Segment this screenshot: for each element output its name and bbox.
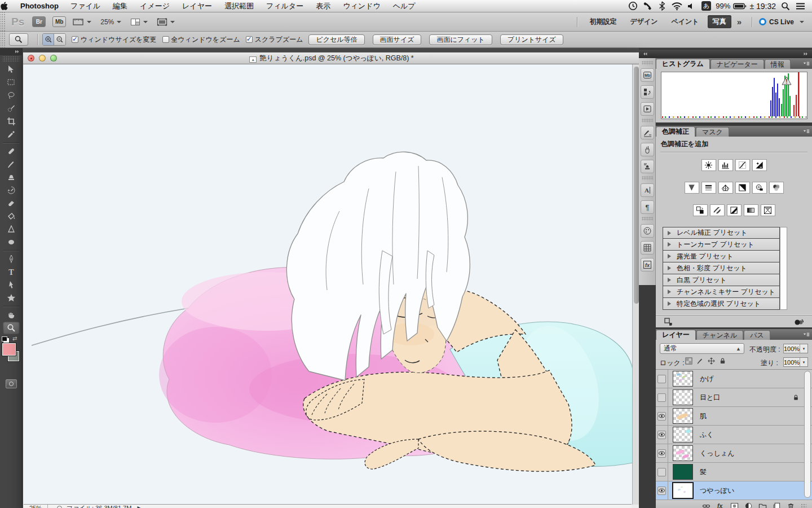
eye-icon[interactable] <box>657 412 666 421</box>
input-source-icon[interactable]: あ <box>699 1 713 12</box>
adjustment-vibrance[interactable] <box>685 182 699 194</box>
layer-name[interactable]: かげ <box>700 374 714 384</box>
tool-crop[interactable] <box>3 115 20 128</box>
layers-tab-2[interactable]: パス <box>744 330 770 340</box>
option-button-3[interactable]: プリントサイズ <box>500 34 563 45</box>
preset-row-4[interactable]: 白黒 プリセット <box>663 274 780 286</box>
layers-tab-1[interactable]: チャンネル <box>696 330 743 340</box>
default-colors-icon[interactable] <box>2 336 7 341</box>
histogram-tab-1[interactable]: ナビゲーター <box>710 59 764 69</box>
opacity-value[interactable]: 100%▾ <box>783 344 808 353</box>
panel-menu-icon[interactable] <box>803 128 810 135</box>
histogram-tab-2[interactable]: 情報 <box>765 59 791 69</box>
layers-scrollbar[interactable] <box>804 371 811 498</box>
tool-paint-bucket[interactable] <box>3 209 20 222</box>
eye-icon-hidden[interactable] <box>657 375 666 383</box>
layer-thumbnail[interactable] <box>673 408 693 424</box>
expand-triangle-icon[interactable] <box>668 254 673 259</box>
layer-row-4[interactable]: くっしょん <box>656 444 812 463</box>
apple-menu-icon[interactable] <box>0 2 17 11</box>
tool-blur[interactable] <box>3 222 20 235</box>
tool-dodge[interactable] <box>3 235 20 248</box>
layer-thumbnail[interactable] <box>673 427 693 443</box>
layer-name[interactable]: 目と口 <box>700 393 720 402</box>
tool-clone-stamp[interactable] <box>3 170 20 183</box>
panel-icon-brush-presets[interactable] <box>641 126 654 139</box>
expand-triangle-icon[interactable] <box>668 290 673 294</box>
zoom-in-button[interactable] <box>43 34 54 45</box>
menu-5[interactable]: フィルター <box>260 1 310 11</box>
layer-name[interactable]: 髪 <box>700 467 707 477</box>
strip-grip[interactable] <box>642 119 653 122</box>
panel-icon-paragraph[interactable]: ¶ <box>641 200 654 214</box>
clock[interactable]: ± 19:32 <box>747 2 778 11</box>
adjustment-threshold[interactable] <box>727 204 742 216</box>
expand-triangle-icon[interactable] <box>668 301 673 306</box>
panel-icon-tool-presets[interactable] <box>641 143 654 156</box>
adjustment-color-balance[interactable] <box>718 182 733 194</box>
layer-name[interactable]: 肌 <box>700 411 707 421</box>
wifi-icon[interactable] <box>669 1 684 12</box>
swap-colors-icon[interactable]: ⇄ <box>12 335 17 341</box>
expand-triangle-icon[interactable] <box>668 278 673 282</box>
current-tool-button[interactable] <box>9 33 28 46</box>
panel-resize-grip[interactable] <box>801 503 806 508</box>
adjustment-hue-saturation[interactable] <box>701 182 716 194</box>
visibility-toggle[interactable] <box>656 481 668 500</box>
tools-collapse-button[interactable] <box>0 48 22 55</box>
document-title-bar[interactable]: ▴艶りょうくん.psd @ 25% (つやっぽい, RGB/8) * <box>23 52 640 64</box>
tool-lasso[interactable] <box>3 89 20 102</box>
workspace-2[interactable]: ペイント <box>667 15 704 28</box>
collapse-dock-icon[interactable] <box>642 51 648 56</box>
preset-row-5[interactable]: チャンネルミキサー プリセット <box>663 286 780 298</box>
screen-mode-button[interactable] <box>157 17 175 27</box>
volume-icon[interactable] <box>684 1 699 12</box>
layer-name[interactable]: つやっぽい <box>700 486 734 496</box>
adjustment-invert[interactable] <box>693 204 708 216</box>
tool-type[interactable]: T <box>3 265 20 278</box>
adjustment-gradient-map[interactable] <box>744 204 758 216</box>
eye-icon-hidden[interactable] <box>657 468 666 476</box>
zoom-in-out-toggle[interactable] <box>42 33 66 46</box>
arrange-documents-button[interactable] <box>130 17 148 27</box>
preset-row-0[interactable]: レベル補正 プリセット <box>663 227 780 239</box>
cs-live-button[interactable]: CS Live <box>759 18 804 26</box>
link-button[interactable] <box>702 502 710 508</box>
zoom-out-button[interactable] <box>54 34 65 45</box>
spotlight-icon[interactable] <box>778 1 793 12</box>
option-check-2[interactable]: スクラブズーム <box>246 35 303 45</box>
option-check-1[interactable]: 全ウィンドウをズーム <box>162 35 240 45</box>
adjustment-exposure[interactable] <box>752 159 767 171</box>
panel-icon-color[interactable] <box>641 224 654 238</box>
adjustment-brightness-contrast[interactable] <box>701 159 716 171</box>
launch-bridge-button[interactable]: Br <box>32 16 46 27</box>
layer-thumbnail[interactable] <box>673 483 693 498</box>
menu-8[interactable]: ヘルプ <box>387 1 422 11</box>
adjustment-layer-button[interactable] <box>744 502 753 508</box>
tools-drag-handle[interactable] <box>2 56 20 62</box>
layer-row-1[interactable]: 目と口 <box>656 388 812 407</box>
preset-row-6[interactable]: 特定色域の選択 プリセット <box>663 298 780 310</box>
delete-button[interactable] <box>787 502 795 508</box>
visibility-toggle[interactable] <box>656 407 668 426</box>
option-button-1[interactable]: 画面サイズ <box>373 34 422 45</box>
lock-pixels-icon[interactable] <box>696 357 704 365</box>
return-to-list-icon[interactable] <box>664 317 673 326</box>
adjustment-selective-color[interactable] <box>761 204 775 216</box>
preset-row-1[interactable]: トーンカーブ プリセット <box>663 239 780 251</box>
adjustment-posterize[interactable] <box>710 204 725 216</box>
adjustment-curves[interactable] <box>735 159 750 171</box>
menu-list-icon[interactable] <box>793 1 807 12</box>
tool-brush[interactable] <box>3 157 20 170</box>
layer-row-3[interactable]: ふく <box>656 426 812 444</box>
menu-7[interactable]: ウィンドウ <box>337 1 387 11</box>
adjustment-photo-filter[interactable] <box>752 182 767 194</box>
workspace-0[interactable]: 初期設定 <box>584 15 621 28</box>
preset-row-3[interactable]: 色相・彩度 プリセット <box>663 262 780 274</box>
menu-6[interactable]: 表示 <box>310 1 337 11</box>
layer-name[interactable]: くっしょん <box>700 449 734 458</box>
phone-icon[interactable] <box>640 1 655 12</box>
zoom-level-dropdown[interactable]: 25% <box>100 18 121 26</box>
histogram-tab-0[interactable]: ヒストグラム <box>656 59 710 69</box>
panel-icon-swatches[interactable] <box>641 241 654 255</box>
